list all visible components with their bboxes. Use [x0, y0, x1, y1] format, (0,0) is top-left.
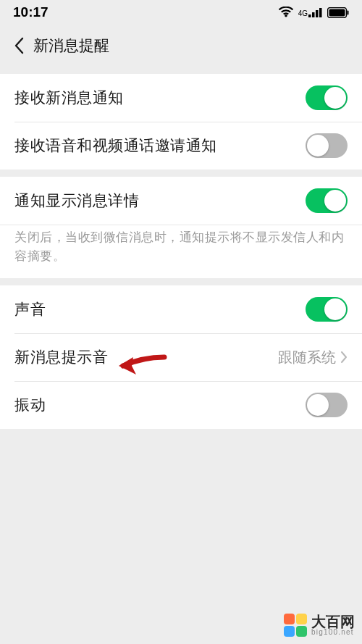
header: 新消息提醒: [0, 25, 362, 67]
toggle-vibrate[interactable]: [306, 393, 348, 417]
row-sound[interactable]: 声音: [0, 285, 362, 333]
toggle-show-detail[interactable]: [306, 188, 348, 213]
svg-rect-5: [329, 9, 345, 16]
row-vibrate[interactable]: 振动: [0, 381, 362, 429]
settings-group-1: 接收新消息通知 接收语音和视频通话邀请通知: [0, 74, 362, 170]
row-tone[interactable]: 新消息提示音 跟随系统: [0, 333, 362, 381]
row-label: 接收语音和视频通话邀请通知: [14, 135, 217, 156]
chevron-right-icon: [340, 351, 348, 364]
watermark-name: 大百网: [311, 614, 355, 629]
svg-rect-0: [308, 14, 311, 17]
toggle-sound[interactable]: [306, 297, 348, 322]
row-show-detail[interactable]: 通知显示消息详情: [0, 177, 362, 225]
status-time: 10:17: [13, 4, 49, 20]
cellular-signal: 4G: [298, 7, 323, 17]
page-title: 新消息提醒: [33, 35, 109, 56]
svg-rect-2: [316, 10, 319, 17]
row-receive-msg[interactable]: 接收新消息通知: [0, 74, 362, 122]
hint-show-detail: 关闭后，当收到微信消息时，通知提示将不显示发信人和内容摘要。: [0, 225, 362, 278]
status-bar: 10:17 4G: [0, 0, 362, 25]
row-label: 接收新消息通知: [14, 88, 124, 108]
row-value: 跟随系统: [278, 348, 348, 367]
watermark: 大百网 big100.net: [284, 614, 355, 637]
row-value-text: 跟随系统: [278, 348, 336, 367]
watermark-logo-icon: [284, 614, 307, 637]
row-label: 新消息提示音: [14, 347, 108, 367]
battery-icon: [327, 7, 349, 18]
status-right: 4G: [278, 7, 349, 18]
watermark-domain: big100.net: [311, 629, 355, 636]
row-receive-call[interactable]: 接收语音和视频通话邀请通知: [0, 122, 362, 170]
row-label: 通知显示消息详情: [14, 191, 139, 211]
settings-group-2: 通知显示消息详情 关闭后，当收到微信消息时，通知提示将不显示发信人和内容摘要。: [0, 177, 362, 278]
toggle-receive-call[interactable]: [306, 133, 348, 158]
svg-rect-6: [348, 10, 349, 14]
wifi-icon: [278, 7, 294, 18]
row-label: 声音: [14, 299, 46, 319]
settings-group-3: 声音 新消息提示音 跟随系统 振动: [0, 285, 362, 429]
svg-rect-1: [312, 12, 315, 17]
svg-rect-3: [319, 8, 322, 17]
row-label: 振动: [14, 395, 46, 415]
toggle-receive-msg[interactable]: [306, 85, 348, 110]
back-button[interactable]: [6, 33, 32, 59]
